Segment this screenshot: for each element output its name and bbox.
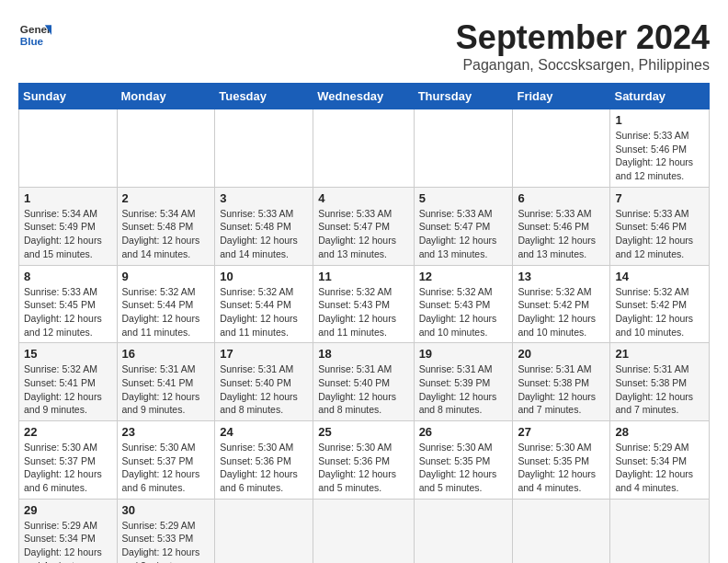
day-number: 29 [24, 503, 112, 517]
calendar-day-header: Monday [117, 84, 215, 109]
day-info: Sunrise: 5:33 AMSunset: 5:45 PMDaylight:… [24, 285, 112, 339]
calendar-day-header: Tuesday [215, 84, 313, 109]
day-number: 30 [122, 503, 210, 517]
day-number: 9 [122, 270, 210, 283]
calendar-cell [215, 499, 313, 563]
day-info: Sunrise: 5:33 AMSunset: 5:48 PMDaylight:… [220, 207, 308, 261]
day-info: Sunrise: 5:31 AMSunset: 5:38 PMDaylight:… [518, 362, 605, 417]
calendar-cell: 5Sunrise: 5:33 AMSunset: 5:47 PMDaylight… [414, 187, 513, 265]
day-number: 15 [24, 347, 112, 361]
day-info: Sunrise: 5:33 AMSunset: 5:47 PMDaylight:… [318, 207, 408, 261]
day-info: Sunrise: 5:33 AMSunset: 5:46 PMDaylight:… [615, 207, 704, 261]
calendar-cell: 12Sunrise: 5:32 AMSunset: 5:43 PMDayligh… [414, 265, 513, 343]
calendar-cell: 14Sunrise: 5:32 AMSunset: 5:42 PMDayligh… [610, 265, 710, 343]
calendar-day-header: Wednesday [313, 84, 414, 109]
day-info: Sunrise: 5:32 AMSunset: 5:41 PMDaylight:… [24, 362, 112, 417]
calendar-cell: 27Sunrise: 5:30 AMSunset: 5:35 PMDayligh… [513, 421, 610, 500]
day-number: 2 [122, 191, 210, 205]
day-number: 13 [518, 270, 605, 283]
calendar-cell: 16Sunrise: 5:31 AMSunset: 5:41 PMDayligh… [117, 343, 215, 421]
calendar-cell: 8Sunrise: 5:33 AMSunset: 5:45 PMDaylight… [19, 265, 118, 343]
calendar-cell: 17Sunrise: 5:31 AMSunset: 5:40 PMDayligh… [215, 343, 313, 421]
calendar-cell [513, 109, 610, 188]
calendar-cell: 4Sunrise: 5:33 AMSunset: 5:47 PMDaylight… [313, 187, 414, 265]
calendar-cell: 13Sunrise: 5:32 AMSunset: 5:42 PMDayligh… [513, 265, 610, 343]
day-number: 16 [122, 347, 210, 361]
day-info: Sunrise: 5:33 AMSunset: 5:46 PMDaylight:… [518, 207, 605, 261]
calendar-cell: 9Sunrise: 5:32 AMSunset: 5:44 PMDaylight… [117, 265, 215, 343]
day-number: 5 [419, 191, 508, 205]
calendar-cell: 24Sunrise: 5:30 AMSunset: 5:36 PMDayligh… [215, 421, 313, 500]
day-number: 19 [419, 347, 508, 361]
calendar-cell: 19Sunrise: 5:31 AMSunset: 5:39 PMDayligh… [414, 343, 513, 421]
day-number: 7 [615, 191, 704, 205]
calendar-cell: 25Sunrise: 5:30 AMSunset: 5:36 PMDayligh… [313, 421, 414, 500]
calendar-cell [610, 499, 710, 563]
calendar-cell: 7Sunrise: 5:33 AMSunset: 5:46 PMDaylight… [610, 187, 710, 265]
day-number: 22 [24, 425, 112, 439]
day-info: Sunrise: 5:32 AMSunset: 5:43 PMDaylight:… [419, 285, 508, 339]
calendar-cell: 29Sunrise: 5:29 AMSunset: 5:34 PMDayligh… [19, 499, 118, 563]
day-info: Sunrise: 5:30 AMSunset: 5:35 PMDaylight:… [419, 441, 508, 495]
svg-text:Blue: Blue [20, 35, 44, 47]
day-info: Sunrise: 5:32 AMSunset: 5:42 PMDaylight:… [615, 285, 704, 339]
day-info: Sunrise: 5:31 AMSunset: 5:39 PMDaylight:… [419, 362, 508, 417]
calendar-cell [513, 499, 610, 563]
calendar-cell: 23Sunrise: 5:30 AMSunset: 5:37 PMDayligh… [117, 421, 215, 500]
day-number: 20 [518, 347, 605, 361]
day-number: 25 [318, 425, 408, 439]
calendar-cell [215, 109, 313, 188]
month-year-title: September 2024 [456, 18, 710, 57]
day-info: Sunrise: 5:29 AMSunset: 5:33 PMDaylight:… [122, 519, 210, 563]
day-info: Sunrise: 5:34 AMSunset: 5:49 PMDaylight:… [24, 207, 112, 261]
calendar-cell [414, 109, 513, 188]
day-info: Sunrise: 5:31 AMSunset: 5:41 PMDaylight:… [122, 362, 210, 417]
calendar-cell [414, 499, 513, 563]
calendar-cell [313, 109, 414, 188]
day-info: Sunrise: 5:31 AMSunset: 5:40 PMDaylight:… [318, 362, 408, 417]
day-info: Sunrise: 5:34 AMSunset: 5:48 PMDaylight:… [122, 207, 210, 261]
day-info: Sunrise: 5:30 AMSunset: 5:36 PMDaylight:… [220, 441, 308, 495]
day-number: 18 [318, 347, 408, 361]
day-info: Sunrise: 5:32 AMSunset: 5:44 PMDaylight:… [122, 285, 210, 339]
calendar-cell: 15Sunrise: 5:32 AMSunset: 5:41 PMDayligh… [19, 343, 118, 421]
calendar-cell: 1Sunrise: 5:33 AMSunset: 5:46 PMDaylight… [610, 109, 710, 188]
day-number: 1 [24, 191, 112, 205]
day-number: 1 [615, 113, 704, 127]
calendar-day-header: Sunday [19, 84, 118, 109]
calendar-day-header: Thursday [414, 84, 513, 109]
day-number: 10 [220, 270, 308, 283]
day-info: Sunrise: 5:33 AMSunset: 5:47 PMDaylight:… [419, 207, 508, 261]
day-number: 8 [24, 270, 112, 283]
calendar-cell [19, 109, 118, 188]
calendar-day-header: Saturday [610, 84, 710, 109]
calendar-cell: 28Sunrise: 5:29 AMSunset: 5:34 PMDayligh… [610, 421, 710, 500]
logo: General Blue [18, 18, 57, 52]
logo-icon: General Blue [18, 18, 51, 52]
day-info: Sunrise: 5:31 AMSunset: 5:40 PMDaylight:… [220, 362, 308, 417]
svg-text:General: General [20, 23, 51, 35]
day-info: Sunrise: 5:29 AMSunset: 5:34 PMDaylight:… [615, 441, 704, 495]
calendar-cell: 2Sunrise: 5:34 AMSunset: 5:48 PMDaylight… [117, 187, 215, 265]
calendar-day-header: Friday [513, 84, 610, 109]
calendar-cell: 18Sunrise: 5:31 AMSunset: 5:40 PMDayligh… [313, 343, 414, 421]
day-number: 24 [220, 425, 308, 439]
day-info: Sunrise: 5:32 AMSunset: 5:44 PMDaylight:… [220, 285, 308, 339]
day-number: 14 [615, 270, 704, 283]
day-number: 12 [419, 270, 508, 283]
day-info: Sunrise: 5:33 AMSunset: 5:46 PMDaylight:… [615, 129, 704, 183]
calendar-cell: 26Sunrise: 5:30 AMSunset: 5:35 PMDayligh… [414, 421, 513, 500]
calendar-cell [117, 109, 215, 188]
calendar-cell [313, 499, 414, 563]
day-number: 21 [615, 347, 704, 361]
day-info: Sunrise: 5:30 AMSunset: 5:36 PMDaylight:… [318, 441, 408, 495]
day-number: 28 [615, 425, 704, 439]
day-number: 17 [220, 347, 308, 361]
day-number: 26 [419, 425, 508, 439]
calendar-header: September 2024 Pagangan, Soccsksargen, P… [456, 18, 710, 74]
day-info: Sunrise: 5:30 AMSunset: 5:37 PMDaylight:… [24, 441, 112, 495]
day-info: Sunrise: 5:29 AMSunset: 5:34 PMDaylight:… [24, 519, 112, 563]
day-info: Sunrise: 5:30 AMSunset: 5:35 PMDaylight:… [518, 441, 605, 495]
calendar-cell: 11Sunrise: 5:32 AMSunset: 5:43 PMDayligh… [313, 265, 414, 343]
day-number: 4 [318, 191, 408, 205]
